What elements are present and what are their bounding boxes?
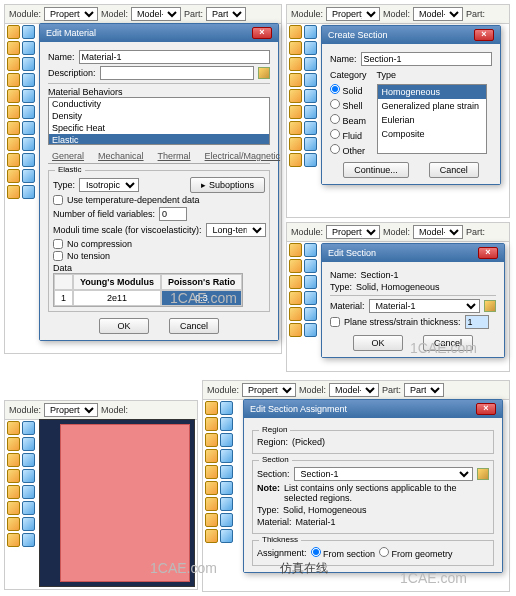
tool-icon[interactable] xyxy=(220,481,233,495)
tool-icon[interactable] xyxy=(289,121,302,135)
viewport[interactable] xyxy=(39,419,195,587)
from-geometry-radio[interactable]: From geometry xyxy=(379,547,453,559)
tool-icon[interactable] xyxy=(289,307,302,321)
tool-icon[interactable] xyxy=(304,41,317,55)
tool-icon[interactable] xyxy=(7,501,20,515)
rebar-icon[interactable] xyxy=(22,73,35,87)
assign-section-icon[interactable] xyxy=(7,89,20,103)
beam-orientation-icon[interactable] xyxy=(22,41,35,55)
ok-button[interactable]: OK xyxy=(353,335,403,351)
datum-axis-icon[interactable] xyxy=(22,121,35,135)
tool-icon[interactable] xyxy=(220,465,233,479)
tool-icon[interactable] xyxy=(22,453,35,467)
tool-icon[interactable] xyxy=(22,469,35,483)
moduli-select[interactable]: Long-term xyxy=(206,223,266,237)
tab-general[interactable]: General xyxy=(48,149,88,163)
display-group-icon[interactable] xyxy=(7,153,20,167)
behavior-item[interactable]: Conductivity xyxy=(49,98,269,110)
assignment-section-select[interactable]: Section-1 xyxy=(294,467,473,481)
close-icon[interactable]: × xyxy=(252,27,272,39)
query-icon[interactable] xyxy=(7,169,20,183)
close-icon[interactable]: × xyxy=(478,247,498,259)
tool-icon[interactable] xyxy=(22,437,35,451)
material-manager-icon[interactable] xyxy=(7,25,20,39)
skin-icon[interactable] xyxy=(7,57,20,71)
behavior-item-selected[interactable]: Elastic xyxy=(49,134,269,145)
model-select[interactable]: Model-1 xyxy=(329,383,379,397)
tool-icon[interactable] xyxy=(7,485,20,499)
tool-icon[interactable] xyxy=(220,513,233,527)
assign-orientation-icon[interactable] xyxy=(22,89,35,103)
model-select[interactable]: Model-1 xyxy=(413,7,463,21)
cat-shell[interactable]: Shell xyxy=(330,99,367,111)
tool-icon[interactable] xyxy=(304,153,317,167)
type-item[interactable]: Composite xyxy=(378,127,486,141)
ok-button[interactable]: OK xyxy=(99,318,149,334)
selected-region[interactable] xyxy=(60,424,190,582)
model-select[interactable]: Model-1 xyxy=(413,225,463,239)
datum-plane-icon[interactable] xyxy=(7,137,20,151)
composite-icon[interactable] xyxy=(7,73,20,87)
section-material-select[interactable]: Material-1 xyxy=(369,299,480,313)
tool-icon[interactable] xyxy=(220,449,233,463)
tool-icon[interactable] xyxy=(289,25,302,39)
tool-icon[interactable] xyxy=(289,57,302,71)
material-data-grid[interactable]: Young's Modulus Poisson's Ratio 1 2e11 0… xyxy=(53,273,243,307)
tool-icon[interactable] xyxy=(22,533,35,547)
tool-icon[interactable] xyxy=(205,497,218,511)
type-item-selected[interactable]: Homogeneous xyxy=(378,85,486,99)
tool-icon[interactable] xyxy=(7,533,20,547)
type-item[interactable]: Generalized plane strain xyxy=(378,99,486,113)
cancel-button[interactable]: Cancel xyxy=(423,335,473,351)
plane-thickness-checkbox[interactable] xyxy=(330,317,340,327)
tool-icon[interactable] xyxy=(304,243,317,257)
tool-icon[interactable] xyxy=(304,73,317,87)
tool-icon[interactable] xyxy=(205,529,218,543)
tab-mechanical[interactable]: Mechanical xyxy=(94,149,148,163)
tool-icon[interactable] xyxy=(304,89,317,103)
tool-icon[interactable] xyxy=(289,73,302,87)
tool-icon[interactable] xyxy=(205,433,218,447)
section-manager-icon[interactable] xyxy=(22,25,35,39)
field-vars-input[interactable] xyxy=(159,207,187,221)
part-select[interactable]: Part-1 xyxy=(206,7,246,21)
datum-point-icon[interactable] xyxy=(7,121,20,135)
render-style-icon[interactable] xyxy=(7,185,20,199)
close-icon[interactable]: × xyxy=(474,29,494,41)
material-name-input[interactable] xyxy=(79,50,270,64)
type-item[interactable]: Eulerian xyxy=(378,113,486,127)
tool-icon[interactable] xyxy=(7,421,20,435)
tool-icon[interactable] xyxy=(7,437,20,451)
module-select[interactable]: Property xyxy=(326,7,380,21)
tool-icon[interactable] xyxy=(289,275,302,289)
tool-icon[interactable] xyxy=(289,41,302,55)
tool-icon[interactable] xyxy=(304,291,317,305)
tool-icon[interactable] xyxy=(304,137,317,151)
stringer-icon[interactable] xyxy=(22,57,35,71)
tool-icon[interactable] xyxy=(205,465,218,479)
tab-electrical[interactable]: Electrical/Magnetic xyxy=(201,149,285,163)
material-desc-input[interactable] xyxy=(100,66,254,80)
tool-icon[interactable] xyxy=(220,417,233,431)
plane-thickness-input[interactable] xyxy=(465,315,489,329)
tool-icon[interactable] xyxy=(304,259,317,273)
tool-icon[interactable] xyxy=(205,449,218,463)
tool-icon[interactable] xyxy=(289,243,302,257)
tool-icon[interactable] xyxy=(289,105,302,119)
perspective-icon[interactable] xyxy=(22,185,35,199)
tool-icon[interactable] xyxy=(304,105,317,119)
tool-icon[interactable] xyxy=(304,323,317,337)
continue-button[interactable]: Continue... xyxy=(343,162,409,178)
tool-icon[interactable] xyxy=(7,469,20,483)
tool-icon[interactable] xyxy=(205,417,218,431)
tool-icon[interactable] xyxy=(289,153,302,167)
model-select[interactable]: Model-1 xyxy=(131,7,181,21)
module-select[interactable]: Property xyxy=(326,225,380,239)
module-select[interactable]: Property xyxy=(44,7,98,21)
tool-icon[interactable] xyxy=(289,89,302,103)
tool-icon[interactable] xyxy=(22,501,35,515)
youngs-modulus-cell[interactable]: 2e11 xyxy=(73,290,161,306)
partition-face-icon[interactable] xyxy=(7,105,20,119)
close-icon[interactable]: × xyxy=(476,403,496,415)
tool-icon[interactable] xyxy=(220,529,233,543)
